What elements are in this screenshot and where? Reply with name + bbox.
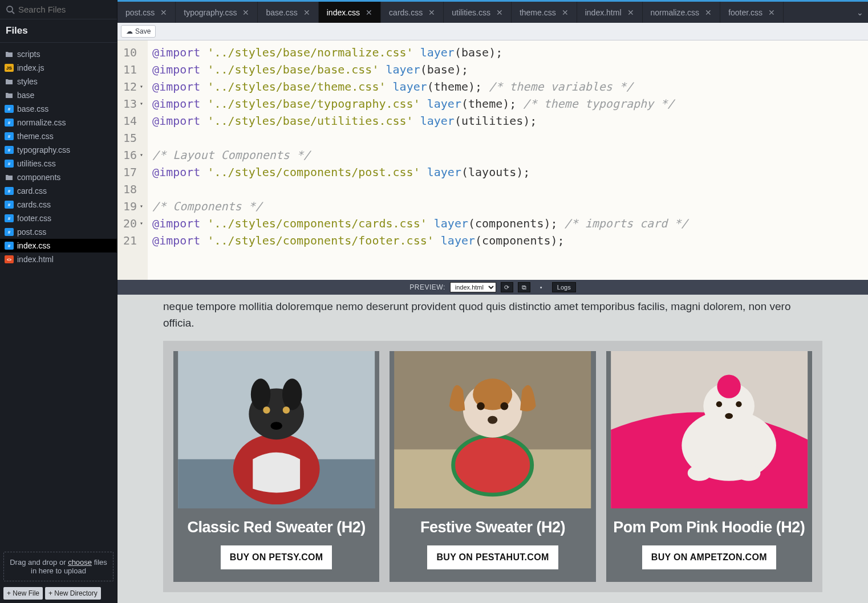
editor-tab[interactable]: cards.css✕ bbox=[381, 2, 444, 23]
file-tree-item[interactable]: <>index.html bbox=[0, 252, 117, 266]
css-file-icon: # bbox=[5, 201, 14, 209]
code-line[interactable]: /* Layout Components */ bbox=[152, 146, 688, 164]
editor-tab[interactable]: utilities.css✕ bbox=[444, 2, 512, 23]
file-tree-item[interactable]: JSindex.js bbox=[0, 61, 117, 75]
tabs-overflow-button[interactable]: ⌄ bbox=[852, 2, 868, 23]
editor-tab[interactable]: footer.css✕ bbox=[720, 2, 784, 23]
tab-label: base.css bbox=[266, 8, 297, 17]
buy-button[interactable]: BUY ON AMPETZON.COM bbox=[642, 545, 776, 569]
editor-tab[interactable]: base.css✕ bbox=[258, 2, 318, 23]
file-tree-label: index.js bbox=[17, 63, 44, 72]
svg-point-10 bbox=[270, 422, 282, 430]
css-file-icon: # bbox=[5, 187, 14, 195]
card-title: Classic Red Sweater (H2) bbox=[188, 519, 366, 536]
line-number: 21 bbox=[123, 232, 144, 249]
fold-icon[interactable]: ▾ bbox=[139, 198, 143, 215]
css-file-icon: # bbox=[5, 228, 14, 236]
code-editor[interactable]: 101112▾13▾141516▾171819▾20▾21 @import '.… bbox=[117, 40, 868, 280]
preview-paragraph-top: neque tempore mollitia doloremque nemo d… bbox=[163, 295, 822, 341]
file-tree-item[interactable]: #base.css bbox=[0, 102, 117, 116]
code-line[interactable]: @import '../styles/base/base.css' layer(… bbox=[152, 61, 688, 78]
drop-zone[interactable]: Drag and drop or choose files in here to… bbox=[3, 552, 113, 581]
fold-icon[interactable]: ▾ bbox=[139, 215, 143, 232]
close-icon[interactable]: ✕ bbox=[160, 8, 167, 17]
editor-tab[interactable]: typography.css✕ bbox=[176, 2, 258, 23]
popout-button[interactable]: ⧉ bbox=[518, 282, 530, 292]
svg-point-7 bbox=[282, 378, 302, 410]
css-file-icon: # bbox=[5, 242, 14, 250]
card-title: Pom Pom Pink Hoodie (H2) bbox=[613, 519, 805, 536]
save-button[interactable]: ☁ Save bbox=[121, 25, 156, 38]
close-icon[interactable]: ✕ bbox=[303, 8, 310, 17]
tab-label: typography.css bbox=[184, 8, 237, 17]
fold-icon[interactable]: ▾ bbox=[139, 78, 143, 95]
fold-icon[interactable]: ▾ bbox=[139, 95, 143, 112]
code-line[interactable]: @import '../styles/components/footer.css… bbox=[152, 232, 688, 249]
editor-tab[interactable]: normalize.css✕ bbox=[643, 2, 721, 23]
preview-file-select[interactable]: index.html bbox=[450, 282, 496, 292]
file-tree-item[interactable]: #index.css bbox=[0, 239, 117, 252]
tab-label: post.css bbox=[125, 8, 155, 17]
code-line[interactable]: @import '../styles/components/post.css' … bbox=[152, 164, 688, 181]
file-tree-label: post.css bbox=[17, 227, 46, 237]
folder-open-icon bbox=[5, 91, 14, 100]
buy-button[interactable]: BUY ON PESTAHUT.COM bbox=[427, 545, 558, 569]
preview-divider: • bbox=[535, 282, 547, 292]
close-icon[interactable]: ✕ bbox=[496, 8, 503, 17]
file-tree-label: cards.css bbox=[17, 200, 51, 209]
close-icon[interactable]: ✕ bbox=[366, 8, 372, 17]
svg-point-26 bbox=[725, 413, 733, 419]
file-tree-item[interactable]: #theme.css bbox=[0, 129, 117, 143]
file-tree-item[interactable]: #post.css bbox=[0, 225, 117, 239]
search-input[interactable] bbox=[18, 5, 127, 14]
file-tree-item[interactable]: scripts bbox=[0, 47, 117, 61]
code-content[interactable]: @import '../styles/base/normalize.css' l… bbox=[148, 40, 692, 280]
file-tree-label: footer.css bbox=[17, 214, 51, 223]
file-tree-item[interactable]: components bbox=[0, 170, 117, 184]
file-tree-item[interactable]: #card.css bbox=[0, 184, 117, 198]
close-icon[interactable]: ✕ bbox=[242, 8, 249, 17]
close-icon[interactable]: ✕ bbox=[428, 8, 435, 17]
buy-button[interactable]: BUY ON PETSY.COM bbox=[221, 545, 332, 569]
close-icon[interactable]: ✕ bbox=[562, 8, 569, 17]
preview-paragraph-bottom: Lorem ipsum dolor sit amet consectetur a… bbox=[163, 592, 822, 603]
fold-icon[interactable]: ▾ bbox=[139, 146, 143, 164]
editor-tab[interactable]: post.css✕ bbox=[117, 2, 176, 23]
svg-point-24 bbox=[716, 401, 721, 407]
close-icon[interactable]: ✕ bbox=[705, 8, 712, 17]
code-line[interactable]: @import '../styles/base/theme.css' layer… bbox=[152, 78, 688, 95]
line-number: 15 bbox=[123, 129, 144, 146]
refresh-button[interactable]: ⟳ bbox=[501, 282, 513, 292]
choose-link[interactable]: choose bbox=[68, 558, 92, 567]
logs-button[interactable]: Logs bbox=[552, 282, 576, 292]
code-line[interactable] bbox=[152, 129, 688, 146]
close-icon[interactable]: ✕ bbox=[627, 8, 634, 17]
file-tree-label: scripts bbox=[17, 50, 40, 59]
file-tree-item[interactable]: #footer.css bbox=[0, 211, 117, 225]
preview-pane[interactable]: neque tempore mollitia doloremque nemo d… bbox=[117, 295, 868, 603]
close-icon[interactable]: ✕ bbox=[768, 8, 775, 17]
code-line[interactable]: @import '../styles/base/utilities.css' l… bbox=[152, 112, 688, 129]
code-line[interactable] bbox=[152, 181, 688, 198]
editor-tab[interactable]: index.css✕ bbox=[319, 1, 381, 23]
file-tree-item[interactable]: styles bbox=[0, 75, 117, 88]
code-line[interactable]: @import '../styles/components/cards.css'… bbox=[152, 215, 688, 232]
code-line[interactable]: @import '../styles/base/typography.css' … bbox=[152, 95, 688, 112]
new-directory-button[interactable]: + New Directory bbox=[45, 587, 101, 600]
editor-tab[interactable]: index.html✕ bbox=[577, 2, 643, 23]
file-tree-item[interactable]: #cards.css bbox=[0, 198, 117, 211]
file-tree-item[interactable]: #normalize.css bbox=[0, 116, 117, 129]
file-tree-item[interactable]: #typography.css bbox=[0, 143, 117, 157]
code-line[interactable]: /* Components */ bbox=[152, 198, 688, 215]
sidebar: Files scriptsJSindex.jsstylesbase#base.c… bbox=[0, 0, 117, 603]
editor-tab[interactable]: theme.css✕ bbox=[512, 2, 577, 23]
new-file-button[interactable]: + New File bbox=[3, 587, 43, 600]
file-tree-label: styles bbox=[17, 77, 38, 86]
file-tree-item[interactable]: base bbox=[0, 88, 117, 102]
svg-point-19 bbox=[488, 416, 497, 424]
preview-label: PREVIEW: bbox=[409, 283, 445, 291]
svg-point-18 bbox=[501, 402, 509, 410]
file-tree-item[interactable]: #utilities.css bbox=[0, 157, 117, 170]
code-line[interactable]: @import '../styles/base/normalize.css' l… bbox=[152, 44, 688, 61]
cloud-icon: ☁ bbox=[126, 27, 133, 35]
